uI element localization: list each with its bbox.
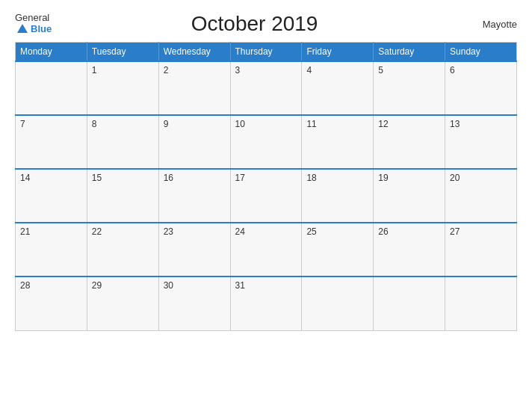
calendar-cell: 18 xyxy=(302,169,374,223)
weekday-header-sunday: Sunday xyxy=(445,43,517,62)
calendar-cell: 19 xyxy=(374,169,445,223)
day-number: 4 xyxy=(306,65,312,75)
day-number: 11 xyxy=(306,119,316,129)
calendar-cell: 28 xyxy=(16,276,87,330)
weekday-header-tuesday: Tuesday xyxy=(87,43,158,62)
calendar-table: MondayTuesdayWednesdayThursdayFridaySatu… xyxy=(15,42,517,331)
calendar-cell xyxy=(374,276,445,330)
calendar-cell: 12 xyxy=(374,115,445,169)
calendar-cell: 3 xyxy=(230,61,302,115)
weekday-header-row: MondayTuesdayWednesdayThursdayFridaySatu… xyxy=(16,43,517,62)
day-number: 20 xyxy=(450,173,460,183)
calendar-cell: 21 xyxy=(16,223,87,276)
region-label: Mayotte xyxy=(457,19,517,30)
calendar-cell: 13 xyxy=(445,115,517,169)
day-number: 6 xyxy=(450,65,455,75)
calendar-cell: 9 xyxy=(158,115,230,169)
calendar-cell: 20 xyxy=(445,169,517,223)
weekday-header-monday: Monday xyxy=(16,43,87,62)
logo: General Blue xyxy=(15,13,52,36)
calendar-cell: 5 xyxy=(374,61,445,115)
calendar-cell: 31 xyxy=(230,276,302,330)
day-number: 18 xyxy=(306,173,316,183)
day-number: 21 xyxy=(20,226,30,237)
day-number: 22 xyxy=(92,226,102,237)
week-row-1: 123456 xyxy=(16,61,517,115)
week-row-4: 21222324252627 xyxy=(16,223,517,276)
weekday-header-thursday: Thursday xyxy=(230,43,302,62)
day-number: 13 xyxy=(450,119,460,129)
calendar-cell: 15 xyxy=(87,169,158,223)
calendar-cell xyxy=(302,276,374,330)
day-number: 25 xyxy=(306,226,316,237)
calendar-cell: 25 xyxy=(302,223,374,276)
calendar-page: General Blue October 2019 Mayotte Monday… xyxy=(0,0,532,411)
calendar-cell: 26 xyxy=(374,223,445,276)
day-number: 26 xyxy=(378,226,388,237)
calendar-cell: 4 xyxy=(302,61,374,115)
day-number: 28 xyxy=(20,280,30,291)
calendar-cell: 17 xyxy=(230,169,302,223)
day-number: 24 xyxy=(235,226,245,237)
logo-general-text: General xyxy=(15,13,49,22)
weekday-header-wednesday: Wednesday xyxy=(158,43,230,62)
day-number: 7 xyxy=(20,119,25,129)
day-number: 29 xyxy=(92,280,102,291)
svg-marker-0 xyxy=(17,24,28,33)
day-number: 2 xyxy=(164,65,169,75)
day-number: 15 xyxy=(92,173,102,183)
calendar-cell: 7 xyxy=(16,115,87,169)
day-number: 27 xyxy=(450,226,460,237)
calendar-cell: 11 xyxy=(302,115,374,169)
calendar-cell: 16 xyxy=(158,169,230,223)
day-number: 30 xyxy=(164,280,173,291)
week-row-2: 78910111213 xyxy=(16,115,517,169)
calendar-cell: 14 xyxy=(16,169,87,223)
day-number: 12 xyxy=(378,119,388,129)
calendar-cell xyxy=(16,61,87,115)
day-number: 16 xyxy=(164,173,173,183)
weekday-header-saturday: Saturday xyxy=(374,43,445,62)
day-number: 1 xyxy=(92,65,97,75)
day-number: 10 xyxy=(235,119,245,129)
calendar-cell: 2 xyxy=(158,61,230,115)
logo-blue-text: Blue xyxy=(31,24,52,34)
day-number: 23 xyxy=(164,226,173,237)
header: General Blue October 2019 Mayotte xyxy=(15,12,517,36)
calendar-cell: 24 xyxy=(230,223,302,276)
day-number: 19 xyxy=(378,173,388,183)
calendar-cell: 27 xyxy=(445,223,517,276)
calendar-cell: 1 xyxy=(87,61,158,115)
calendar-cell: 8 xyxy=(87,115,158,169)
week-row-3: 14151617181920 xyxy=(16,169,517,223)
calendar-cell: 6 xyxy=(445,61,517,115)
day-number: 3 xyxy=(235,65,241,75)
calendar-cell: 23 xyxy=(158,223,230,276)
logo-icon xyxy=(16,22,29,36)
day-number: 31 xyxy=(235,280,245,291)
calendar-cell xyxy=(445,276,517,330)
calendar-cell: 10 xyxy=(230,115,302,169)
week-row-5: 28293031 xyxy=(16,276,517,330)
day-number: 5 xyxy=(378,65,383,75)
day-number: 9 xyxy=(164,119,169,129)
day-number: 17 xyxy=(235,173,245,183)
page-title: October 2019 xyxy=(52,12,457,36)
weekday-header-friday: Friday xyxy=(302,43,374,62)
day-number: 14 xyxy=(20,173,30,183)
calendar-cell: 22 xyxy=(87,223,158,276)
day-number: 8 xyxy=(92,119,97,129)
calendar-cell: 30 xyxy=(158,276,230,330)
calendar-cell: 29 xyxy=(87,276,158,330)
